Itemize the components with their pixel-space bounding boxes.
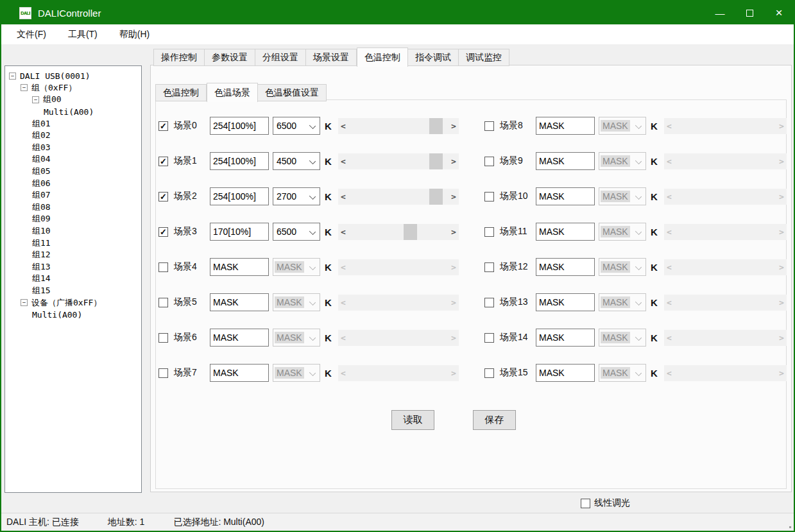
kelvin-dropdown[interactable]: MASK — [599, 293, 646, 311]
scrollbar-track[interactable] — [674, 259, 776, 275]
scene-value-input[interactable] — [210, 223, 269, 241]
scroll-right-icon[interactable]: > — [449, 227, 459, 237]
scene-value-input[interactable] — [210, 293, 269, 311]
tab[interactable]: 色温场景 — [207, 83, 258, 102]
scene-scrollbar[interactable]: < > — [664, 189, 787, 205]
scroll-left-icon[interactable]: < — [338, 333, 348, 343]
tree-collapse-icon[interactable]: − — [21, 299, 28, 306]
tree-item[interactable]: 组02 — [5, 130, 141, 142]
scroll-left-icon[interactable]: < — [338, 192, 348, 202]
kelvin-dropdown[interactable]: MASK — [599, 258, 646, 276]
tree-item[interactable]: Multi(A00) — [5, 106, 141, 118]
tree-item[interactable]: 组06 — [5, 177, 141, 189]
scroll-left-icon[interactable]: < — [338, 157, 348, 166]
scrollbar-track[interactable] — [674, 365, 776, 381]
scrollbar-thumb[interactable] — [429, 153, 443, 169]
tree-collapse-icon[interactable]: − — [21, 84, 28, 91]
tree-item[interactable]: 组14 — [5, 273, 141, 285]
tree-item[interactable]: − 组（0xFF） — [5, 82, 141, 94]
scrollbar-thumb[interactable] — [404, 224, 417, 240]
kelvin-dropdown[interactable]: 4500 — [273, 152, 320, 170]
scene-checkbox[interactable] — [484, 227, 494, 237]
tree-item[interactable]: 组07 — [5, 189, 141, 202]
scene-value-input[interactable] — [210, 364, 269, 382]
scrollbar-track[interactable] — [674, 189, 776, 205]
tree-item[interactable]: 组08 — [5, 202, 141, 214]
scene-scrollbar[interactable]: < > — [664, 365, 787, 381]
scroll-left-icon[interactable]: < — [664, 262, 674, 272]
scrollbar-track[interactable] — [348, 118, 449, 134]
scene-checkbox[interactable] — [484, 262, 494, 272]
scene-value-input[interactable] — [536, 329, 595, 347]
scrollbar-thumb[interactable] — [429, 189, 443, 205]
scene-value-input[interactable] — [536, 117, 595, 135]
scroll-left-icon[interactable]: < — [338, 121, 348, 131]
scroll-left-icon[interactable]: < — [664, 121, 674, 131]
scene-checkbox[interactable] — [484, 368, 494, 378]
kelvin-dropdown[interactable]: 2700 — [273, 187, 320, 205]
menu-item[interactable]: 帮助(H) — [112, 24, 157, 44]
scene-scrollbar[interactable]: < > — [338, 118, 459, 134]
kelvin-dropdown[interactable]: MASK — [599, 223, 646, 241]
linear-dimming-checkbox[interactable] — [581, 499, 590, 508]
scroll-right-icon[interactable]: > — [776, 333, 787, 343]
scroll-right-icon[interactable]: > — [449, 333, 459, 343]
scene-checkbox[interactable]: ✓ — [158, 227, 168, 237]
scene-checkbox[interactable] — [484, 192, 494, 202]
tree-item[interactable]: 组04 — [5, 153, 141, 166]
scrollbar-track[interactable] — [674, 118, 776, 134]
tab[interactable]: 场景设置 — [306, 49, 357, 66]
kelvin-dropdown[interactable]: MASK — [599, 329, 646, 347]
kelvin-dropdown[interactable]: 6500 — [273, 223, 320, 241]
kelvin-dropdown[interactable]: MASK — [273, 293, 320, 311]
scroll-left-icon[interactable]: < — [664, 157, 674, 166]
scroll-left-icon[interactable]: < — [664, 368, 674, 378]
scene-checkbox[interactable]: ✓ — [158, 121, 168, 131]
scroll-right-icon[interactable]: > — [776, 192, 787, 202]
tree-item[interactable]: 组11 — [5, 237, 141, 249]
scene-value-input[interactable] — [536, 293, 595, 311]
scroll-left-icon[interactable]: < — [338, 298, 348, 307]
scrollbar-track[interactable] — [674, 330, 776, 346]
scene-checkbox[interactable] — [484, 298, 494, 307]
scene-value-input[interactable] — [536, 187, 595, 205]
scene-scrollbar[interactable]: < > — [338, 259, 459, 275]
scroll-right-icon[interactable]: > — [776, 368, 787, 378]
scrollbar-track[interactable] — [348, 330, 449, 346]
tree-item[interactable]: 组03 — [5, 142, 141, 154]
scroll-right-icon[interactable]: > — [449, 298, 459, 307]
kelvin-dropdown[interactable]: 6500 — [273, 117, 320, 135]
tree-item[interactable]: 组15 — [5, 285, 141, 297]
scene-scrollbar[interactable]: < > — [664, 259, 787, 275]
menu-item[interactable]: 工具(T) — [60, 24, 105, 44]
scrollbar-track[interactable] — [674, 295, 776, 311]
scene-scrollbar[interactable]: < > — [338, 330, 459, 346]
scene-scrollbar[interactable]: < > — [664, 153, 787, 169]
scene-value-input[interactable] — [210, 329, 269, 347]
close-button[interactable]: × — [764, 1, 794, 24]
tree-item[interactable]: 组10 — [5, 225, 141, 237]
scroll-right-icon[interactable]: > — [776, 262, 787, 272]
tree-item[interactable]: − 组00 — [5, 94, 141, 106]
tab[interactable]: 色温控制 — [155, 84, 207, 101]
tree-item[interactable]: 组01 — [5, 117, 141, 130]
scroll-right-icon[interactable]: > — [449, 157, 459, 166]
tab[interactable]: 操作控制 — [153, 49, 205, 66]
menu-item[interactable]: 文件(F) — [9, 24, 54, 44]
scene-value-input[interactable] — [536, 364, 595, 382]
tree-item[interactable]: 组12 — [5, 249, 141, 261]
tab[interactable]: 色温极值设置 — [258, 84, 327, 101]
scene-scrollbar[interactable]: < > — [664, 224, 787, 240]
scene-checkbox[interactable] — [484, 121, 494, 131]
tree-item[interactable]: Multi(A00) — [5, 309, 141, 321]
maximize-button[interactable] — [735, 1, 764, 24]
scene-scrollbar[interactable]: < > — [338, 365, 459, 381]
scroll-left-icon[interactable]: < — [338, 227, 348, 237]
kelvin-dropdown[interactable]: MASK — [599, 364, 646, 382]
tab[interactable]: 指令调试 — [408, 49, 459, 66]
kelvin-dropdown[interactable]: MASK — [273, 329, 320, 347]
minimize-button[interactable]: — — [705, 1, 735, 24]
tree-item[interactable]: − DALI USB(0001) — [5, 70, 141, 82]
scene-scrollbar[interactable]: < > — [338, 189, 459, 205]
scroll-right-icon[interactable]: > — [449, 262, 459, 272]
